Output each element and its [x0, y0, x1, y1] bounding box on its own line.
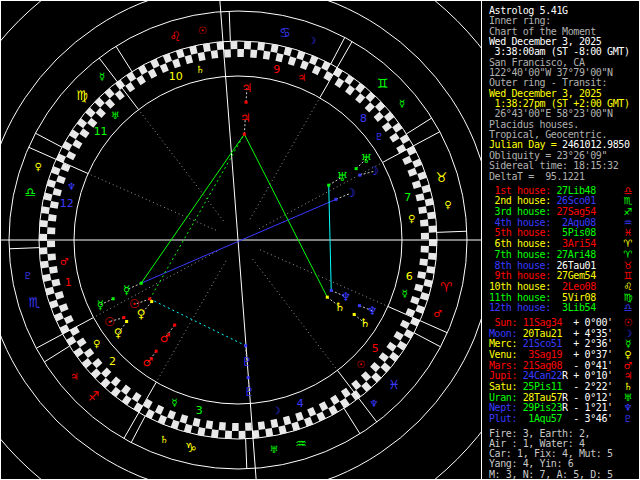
- sign-ruler-icon: ♅: [269, 444, 278, 455]
- degree-tick: [88, 110, 92, 115]
- degree-tick: [367, 105, 372, 110]
- house-row: 7th house: 27Ari48♈: [489, 249, 640, 260]
- degree-tick: [43, 220, 44, 227]
- house-row: 8th house: 26Tau01♉: [489, 260, 640, 271]
- degree-tick: [69, 338, 73, 344]
- house-number: 11: [94, 125, 108, 138]
- house-number: 12: [60, 197, 74, 210]
- house-ruler-icon: ♀: [93, 338, 100, 349]
- degree-tick: [296, 415, 302, 417]
- wheel-natal-uranus-icon: ♅: [337, 170, 348, 184]
- planet-icon: ♀: [622, 349, 634, 360]
- astrolog-window[interactable]: ♈♂♉♀♊☿♋☽♌☉♍☿♎♀♏♇♐♃♑♄♒♅♓♆1♂2♀3☿4☽5☉6☿7♀8♇…: [0, 0, 640, 480]
- degree-tick: [250, 53, 257, 54]
- wheel-transit-venus-icon: ♀: [114, 326, 123, 340]
- zodiac-sign-icon: ♏: [622, 195, 634, 206]
- degree-tick: [56, 189, 58, 195]
- degree-tick: [432, 253, 433, 260]
- planet-row: Sun: 11Sag34 + 0°00'☉: [489, 317, 640, 328]
- degree-tick: [421, 272, 422, 278]
- degree-tick: [347, 88, 352, 92]
- degree-tick: [424, 220, 425, 227]
- planet-row: Mars: 21Sag08 - 0°41'♂: [489, 360, 640, 371]
- zodiac-sign-icon: ♌: [622, 281, 634, 292]
- degree-tick: [53, 301, 55, 307]
- house-row: 1st house: 27Lib48♎: [489, 185, 640, 196]
- degree-tick: [70, 153, 73, 159]
- degree-tick: [128, 75, 134, 79]
- degree-tick: [181, 418, 187, 420]
- degree-tick: [55, 168, 57, 174]
- aspect-line: [150, 134, 244, 299]
- degree-tick: [53, 267, 54, 273]
- degree-tick: [185, 428, 192, 430]
- house-cusp-line: [139, 110, 224, 221]
- house-number: 5: [372, 342, 379, 355]
- sign-boundary-line: [44, 346, 69, 362]
- house-ruler-icon: ♅: [111, 110, 120, 121]
- sign-ruler-icon: ♃: [70, 371, 79, 382]
- zodiac-sign-icon: ♉: [622, 260, 634, 271]
- wheel-transit-mars-icon: ♂: [143, 355, 154, 369]
- wheel-natal-mercury-icon: ☿: [123, 283, 130, 297]
- degree-tick: [128, 85, 133, 89]
- degree-tick: [298, 54, 304, 56]
- wheel-sign-libra-icon: ♎: [24, 185, 36, 200]
- degree-tick: [425, 186, 427, 193]
- degree-tick: [419, 194, 420, 200]
- degree-tick: [63, 326, 66, 332]
- wheel-sign-capricorn-icon: ♑: [185, 440, 197, 455]
- house-cusp-line: [99, 58, 138, 110]
- house-number: 4: [297, 397, 304, 410]
- degree-tick: [63, 305, 65, 311]
- degree-tick: [52, 215, 53, 221]
- degree-tick: [134, 395, 139, 399]
- degree-tick: [252, 434, 259, 435]
- planet-icon: ♄: [622, 381, 634, 392]
- degree-tick: [429, 199, 430, 206]
- house-row: 10th house: 2Leo08♌: [489, 281, 640, 292]
- planet-row: Jupi: 24Can22R + 0°10'♃: [489, 371, 640, 382]
- degree-tick: [157, 408, 163, 411]
- planet-row: Merc: 21Sco51 + 2°36'☿: [489, 338, 640, 349]
- degree-tick: [206, 424, 212, 425]
- degree-tick: [169, 414, 175, 416]
- degree-tick: [285, 51, 292, 53]
- degree-tick: [393, 135, 397, 140]
- degree-tick: [416, 160, 419, 166]
- degree-tick: [46, 275, 47, 282]
- sign-boundary-line: [331, 37, 345, 64]
- planet-row: Uran: 28Tau57R - 0°12'♅: [489, 392, 640, 403]
- house-row: 12th house: 3Lib54♎: [489, 302, 640, 313]
- planet-row: Nept: 29Pis23R - 1°21'♆: [489, 403, 640, 414]
- house-ruler-icon: ☿: [401, 288, 407, 299]
- degree-tick: [410, 148, 413, 154]
- wheel-natal-moon-icon: ☽: [345, 186, 356, 200]
- house-number: 8: [360, 112, 367, 125]
- degree-tick: [44, 261, 45, 268]
- degree-tick: [313, 69, 319, 72]
- planet-icon: ♆: [622, 402, 634, 413]
- house-number: 2: [109, 355, 116, 368]
- degree-tick: [377, 114, 381, 119]
- degree-tick: [217, 46, 224, 47]
- degree-tick: [73, 328, 76, 334]
- degree-tick: [279, 429, 286, 431]
- degree-tick: [83, 131, 87, 136]
- planet-row: Moon: 20Tau21 + 4°35'☽: [489, 328, 640, 339]
- sign-boundary-line: [344, 408, 360, 433]
- wheel-sign-gemini-icon: ♊: [377, 76, 389, 91]
- degree-tick: [72, 132, 76, 138]
- degree-tick: [161, 67, 167, 70]
- degree-tick: [373, 365, 377, 370]
- planet-icon: ♅: [622, 392, 634, 403]
- degree-tick: [431, 212, 432, 219]
- planet-icon: ♇: [622, 413, 634, 424]
- degree-tick: [85, 361, 89, 366]
- degree-tick: [318, 415, 324, 418]
- sign-boundary-line: [131, 416, 145, 443]
- degree-tick: [276, 57, 282, 58]
- house-cusp-list: 1st house: 27Lib48♎ 2nd house: 26Sco01♏ …: [489, 185, 640, 313]
- house-cusp-line: [259, 162, 382, 228]
- degree-tick: [95, 361, 99, 366]
